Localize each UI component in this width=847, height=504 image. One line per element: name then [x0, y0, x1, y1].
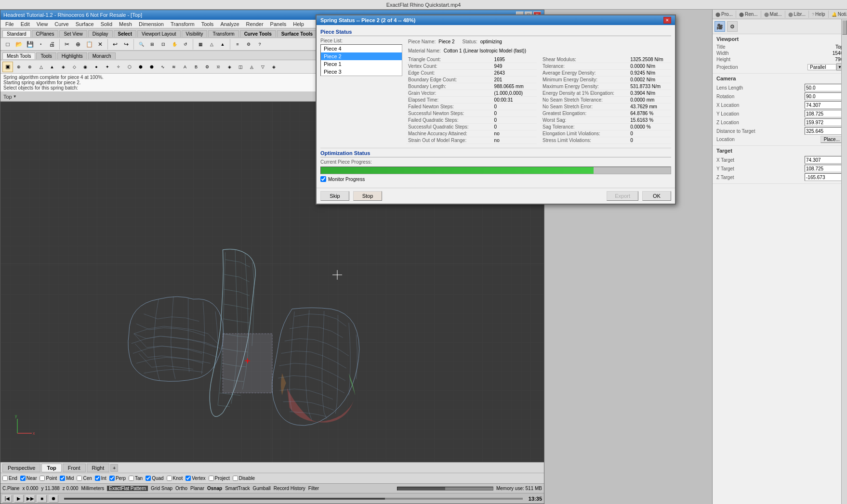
- panel-tab-notifications[interactable]: 🔔 Noti...: [829, 11, 847, 18]
- mesh-icon-16[interactable]: ≋: [169, 62, 179, 72]
- menu-solid[interactable]: Solid: [98, 20, 115, 28]
- tab-highlights[interactable]: Highlights: [57, 52, 87, 59]
- mesh-icon-17[interactable]: A: [180, 62, 190, 72]
- exactflat-label[interactable]: ExactFlat Pattern: [107, 486, 148, 491]
- print-btn[interactable]: 🖨: [47, 39, 57, 50]
- tab-surface-tools[interactable]: Surface Tools: [277, 30, 317, 37]
- new-btn[interactable]: □: [2, 39, 13, 50]
- mesh-icon-25[interactable]: ◈: [268, 62, 279, 72]
- dialog-title-bar[interactable]: Spring Status -- Piece 2 (2 of 4 -- 48%)…: [317, 15, 675, 25]
- tab-display[interactable]: Display: [88, 30, 113, 37]
- mesh-icon-19[interactable]: ⚙: [202, 62, 212, 72]
- tab-cplanes[interactable]: CPlanes: [32, 30, 59, 37]
- panel-tab-properties[interactable]: ⬤ Pro...: [713, 11, 736, 18]
- tab-monarch[interactable]: Monarch: [88, 52, 116, 59]
- snap-mid-checkbox[interactable]: [60, 476, 65, 481]
- piece-item-3[interactable]: Piece 3: [321, 68, 402, 76]
- tab-set-view[interactable]: Set View: [59, 30, 87, 37]
- grid-snap-btn[interactable]: Grid Snap: [151, 486, 172, 491]
- mesh-icon-9[interactable]: ●: [91, 62, 102, 72]
- projection-value[interactable]: Parallel: [807, 64, 836, 70]
- mesh-icon-8[interactable]: ◉: [80, 62, 91, 72]
- pan-btn[interactable]: ✋: [169, 39, 180, 50]
- rotation-input[interactable]: [805, 92, 843, 100]
- snap-end-checkbox[interactable]: [2, 476, 8, 481]
- cut-btn[interactable]: ✂: [62, 39, 72, 50]
- tab-mesh-tools[interactable]: Mesh Tools: [2, 52, 35, 59]
- zoom-extents-btn[interactable]: ⊞: [147, 39, 158, 50]
- menu-mesh[interactable]: Mesh: [116, 20, 135, 28]
- redo-btn[interactable]: ↪: [121, 39, 132, 50]
- play-fwd-btn[interactable]: ▶▶: [26, 495, 35, 503]
- props-btn[interactable]: ⚙: [243, 39, 254, 50]
- tab-visibility[interactable]: Visibility: [182, 30, 208, 37]
- mesh-icon-14[interactable]: ⬣: [146, 62, 157, 72]
- menu-help[interactable]: Help: [290, 20, 307, 28]
- snap-int-checkbox[interactable]: [95, 476, 100, 481]
- mesh-icon-12[interactable]: ⬡: [124, 62, 135, 72]
- piece-item-4[interactable]: Piece 4: [321, 45, 402, 52]
- help-icon-btn[interactable]: ?: [254, 39, 265, 50]
- dist-to-target-input[interactable]: [805, 127, 843, 135]
- panel-tab-material[interactable]: ⬤ Mat...: [761, 11, 785, 18]
- zoom-window-btn[interactable]: 🔍: [136, 39, 146, 50]
- tab-front[interactable]: Front: [63, 464, 86, 472]
- mesh-icon-4[interactable]: △: [36, 62, 46, 72]
- viewport-label-arrow[interactable]: ▼: [13, 94, 17, 99]
- snap-point-checkbox[interactable]: [40, 476, 45, 481]
- z-target-input[interactable]: [805, 173, 843, 181]
- mesh-icon-22[interactable]: ◫: [235, 62, 246, 72]
- menu-dimension[interactable]: Dimension: [136, 20, 167, 28]
- osnap-btn[interactable]: Osnap: [207, 486, 222, 491]
- stop-button[interactable]: Stop: [353, 191, 382, 201]
- tab-right[interactable]: Right: [87, 464, 110, 472]
- mesh-icon-1[interactable]: ▣: [2, 62, 13, 72]
- menu-view[interactable]: View: [34, 20, 51, 28]
- mesh-icon-10[interactable]: ✦: [102, 62, 113, 72]
- right-scrollbar[interactable]: [841, 19, 847, 504]
- delete-btn[interactable]: ✕: [95, 39, 106, 50]
- tab-tools[interactable]: Tools: [36, 52, 56, 59]
- panel-icon-viewport[interactable]: 🎥: [715, 21, 725, 32]
- tab-viewport-layout[interactable]: Viewport Layout: [137, 30, 181, 37]
- ortho-btn[interactable]: Ortho: [175, 486, 187, 491]
- snap-knot-checkbox[interactable]: [167, 476, 172, 481]
- ok-button[interactable]: OK: [642, 191, 671, 201]
- render-btn[interactable]: ▦: [195, 39, 206, 50]
- mesh-icon-20[interactable]: ⛭: [213, 62, 224, 72]
- export-button[interactable]: Export: [607, 191, 638, 201]
- snap-tan-checkbox[interactable]: [129, 476, 134, 481]
- rotate-btn[interactable]: ↺: [180, 39, 191, 50]
- mesh-icon-11[interactable]: ✧: [113, 62, 124, 72]
- shade-btn[interactable]: ▲: [217, 39, 228, 50]
- mesh-icon-3[interactable]: ⊗: [25, 62, 35, 72]
- snap-quad-checkbox[interactable]: [146, 476, 151, 481]
- mesh-icon-15[interactable]: ∿: [158, 62, 168, 72]
- mesh-icon-24[interactable]: ▽: [257, 62, 268, 72]
- monitor-progress-checkbox[interactable]: [320, 176, 326, 182]
- menu-tools[interactable]: Tools: [199, 20, 217, 28]
- planar-btn[interactable]: Planar: [190, 486, 204, 491]
- tab-curve-tools[interactable]: Curve Tools: [240, 30, 276, 37]
- menu-panels[interactable]: Panels: [267, 20, 290, 28]
- z-location-input[interactable]: [805, 118, 843, 126]
- skip-button[interactable]: Skip: [320, 191, 349, 201]
- mesh-icon-21[interactable]: ◈: [224, 62, 235, 72]
- open-btn[interactable]: 📂: [13, 39, 24, 50]
- add-viewport-tab[interactable]: +: [110, 464, 118, 472]
- stop-play-btn[interactable]: ■: [37, 495, 47, 503]
- tab-select[interactable]: Select: [114, 30, 136, 37]
- mesh-icon-18[interactable]: B: [191, 62, 201, 72]
- record-history-btn[interactable]: Record History: [274, 486, 305, 491]
- snap-near-checkbox[interactable]: [20, 476, 26, 481]
- tab-transform[interactable]: Transform: [208, 30, 238, 37]
- undo-btn[interactable]: ↩: [110, 39, 120, 50]
- paste-btn[interactable]: 📋: [84, 39, 94, 50]
- y-target-input[interactable]: [805, 165, 843, 172]
- record-btn[interactable]: ⏺: [49, 495, 58, 503]
- panel-tab-help[interactable]: ? Help: [809, 11, 829, 18]
- mesh-icon-7[interactable]: ◇: [69, 62, 79, 72]
- zoom-selected-btn[interactable]: ⊡: [158, 39, 169, 50]
- snap-perp-checkbox[interactable]: [109, 476, 115, 481]
- menu-render[interactable]: Render: [243, 20, 266, 28]
